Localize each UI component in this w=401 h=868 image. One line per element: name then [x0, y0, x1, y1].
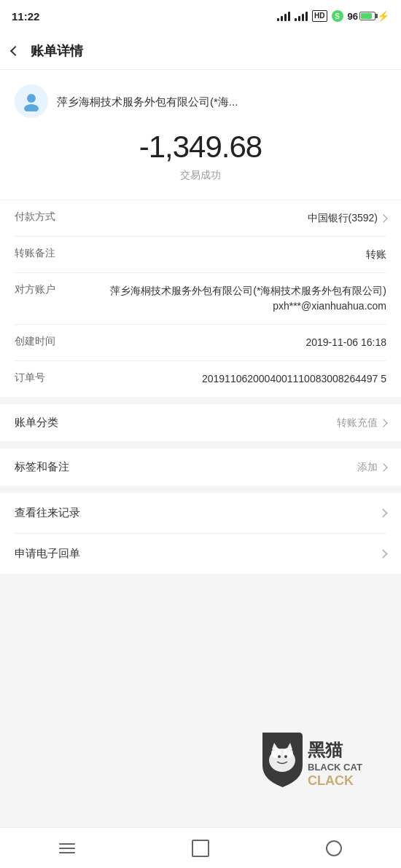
avatar [15, 84, 48, 118]
home-icon [192, 840, 209, 857]
request-receipt-row[interactable]: 申请电子回单 [15, 534, 386, 574]
battery-level: 96 [348, 11, 358, 22]
payment-chevron-icon [379, 214, 387, 222]
nav-menu-button[interactable] [52, 834, 82, 863]
s-badge-icon: S [332, 10, 343, 22]
separator-1 [0, 397, 401, 404]
tags-value: 添加 [357, 461, 386, 474]
details-section: 付款方式 中国银行(3592) 转账备注 转账 对方账户 萍乡海桐技术服务外包有… [0, 200, 401, 397]
merchant-name: 萍乡海桐技术服务外包有限公司(*海... [57, 94, 386, 109]
circle-icon [326, 840, 342, 856]
bottom-nav [0, 827, 401, 868]
counterparty-label: 对方账户 [15, 283, 73, 296]
svg-marker-5 [272, 743, 279, 749]
payment-method-value[interactable]: 中国银行(3592) [82, 210, 386, 226]
status-time: 11:22 [12, 10, 39, 23]
remark-label: 转账备注 [15, 247, 73, 260]
back-chevron-icon [10, 45, 20, 55]
user-icon [21, 91, 42, 111]
svg-point-0 [27, 94, 36, 103]
transaction-status: 交易成功 [15, 169, 386, 194]
view-history-row[interactable]: 查看往来记录 [15, 493, 386, 534]
signal-icon-2 [295, 11, 308, 21]
main-card: 萍乡海桐技术服务外包有限公司(*海... -1,349.68 交易成功 付款方式… [0, 70, 401, 397]
battery-icon: 96 ⚡ [348, 10, 389, 22]
svg-point-2 [269, 749, 295, 772]
merchant-section: 萍乡海桐技术服务外包有限公司(*海... [0, 70, 401, 118]
svg-text:黑猫: 黑猫 [308, 740, 343, 760]
status-right: HD S 96 ⚡ [277, 10, 389, 22]
signal-icon [277, 11, 290, 21]
tags-chevron-icon [379, 463, 387, 471]
menu-icon [59, 843, 75, 853]
view-history-chevron-icon [378, 508, 388, 518]
transaction-amount: -1,349.68 [15, 130, 386, 165]
amount-section: -1,349.68 交易成功 [0, 118, 401, 200]
svg-point-1 [24, 104, 39, 111]
payment-method-row: 付款方式 中国银行(3592) [15, 200, 386, 237]
order-id-row: 订单号 2019110620004001110083008264497 5 [15, 361, 386, 397]
classification-section: 账单分类 转账充值 [0, 404, 401, 441]
actions-section: 查看往来记录 申请电子回单 [0, 493, 401, 574]
create-time-label: 创建时间 [15, 335, 73, 348]
svg-marker-6 [287, 743, 292, 749]
hd-badge: HD [312, 10, 327, 22]
watermark: 黑猫 BLACK CAT CLACK [241, 725, 401, 827]
create-time-row: 创建时间 2019-11-06 16:18 [15, 325, 386, 361]
svg-point-3 [271, 748, 281, 758]
svg-point-4 [283, 748, 293, 758]
order-id-value: 2019110620004001110083008264497 5 [82, 371, 386, 387]
status-bar: 11:22 HD S 96 ⚡ [0, 0, 401, 32]
nav-home-button[interactable] [186, 834, 215, 863]
tags-row[interactable]: 标签和备注 添加 [15, 449, 386, 486]
classification-row[interactable]: 账单分类 转账充值 [15, 404, 386, 441]
remark-value: 转账 [82, 247, 386, 262]
separator-3 [0, 486, 401, 493]
tags-label: 标签和备注 [15, 460, 69, 474]
payment-method-label: 付款方式 [15, 210, 73, 224]
blackcat-watermark-svg: 黑猫 BLACK CAT CLACK [241, 725, 394, 820]
counterparty-row: 对方账户 萍乡海桐技术服务外包有限公司(*海桐技术服务外包有限公司) pxh**… [15, 273, 386, 325]
request-receipt-chevron-icon [378, 549, 388, 559]
svg-point-7 [278, 755, 281, 758]
classification-chevron-icon [379, 419, 387, 427]
classification-label: 账单分类 [15, 416, 58, 430]
svg-text:CLACK: CLACK [308, 773, 354, 788]
request-receipt-label: 申请电子回单 [15, 547, 80, 561]
separator-2 [0, 441, 401, 449]
tags-section: 标签和备注 添加 [0, 449, 401, 486]
header: 账单详情 [0, 32, 401, 70]
svg-point-8 [284, 755, 287, 758]
classification-value: 转账充值 [337, 417, 386, 430]
counterparty-value: 萍乡海桐技术服务外包有限公司(*海桐技术服务外包有限公司) pxh***@xia… [82, 283, 386, 314]
svg-text:BLACK CAT: BLACK CAT [308, 762, 362, 773]
order-id-label: 订单号 [15, 371, 73, 384]
remark-row: 转账备注 转账 [15, 237, 386, 273]
create-time-value: 2019-11-06 16:18 [82, 335, 386, 350]
nav-circle-button[interactable] [319, 834, 349, 863]
page-title: 账单详情 [31, 42, 83, 60]
back-button[interactable] [12, 44, 31, 58]
view-history-label: 查看往来记录 [15, 506, 80, 520]
